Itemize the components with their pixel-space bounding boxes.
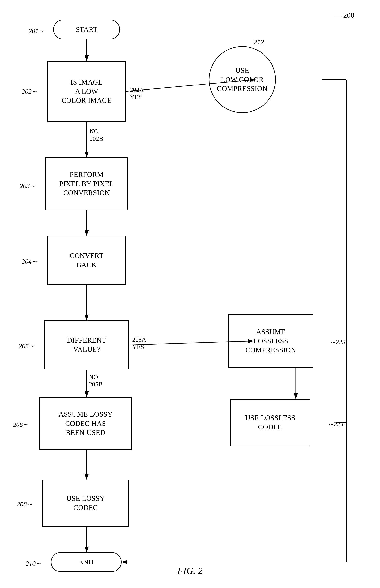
label-202a-yes: 202AYES <box>130 86 144 101</box>
ref-210: 210∼ <box>26 559 41 567</box>
start-node: START <box>53 20 120 39</box>
flowchart-diagram: — 200 START 201∼ IS IMAGEA LOWCOLOR IMAG… <box>0 0 380 588</box>
n203-node: PERFORMPIXEL BY PIXELCONVERSION <box>45 157 128 210</box>
n202-node: IS IMAGEA LOWCOLOR IMAGE <box>47 61 126 122</box>
ref-202: 202∼ <box>22 87 37 95</box>
n223-node: ASSUMELOSSLESSCOMPRESSION <box>228 314 313 367</box>
fig-label: FIG. 2 <box>177 565 203 576</box>
label-202b-no: NO202B <box>90 128 103 142</box>
ref-206: 206∼ <box>13 421 28 428</box>
label-205a-yes: 205AYES <box>132 336 146 351</box>
n212-node: USELOW COLORCOMPRESSION <box>209 46 276 113</box>
ref-208: 208∼ <box>17 500 32 508</box>
n205-node: DIFFERENTVALUE? <box>44 320 129 369</box>
ref-212: 212 <box>254 38 264 46</box>
n206-node: ASSUME LOSSYCODEC HASBEEN USED <box>39 397 132 450</box>
diagram-ref: — 200 <box>334 11 355 19</box>
ref-201: 201∼ <box>29 27 44 35</box>
ref-224: ∼224 <box>328 420 343 428</box>
n224-node: USE LOSSLESSCODEC <box>230 399 310 446</box>
ref-203: 203∼ <box>20 182 35 190</box>
n204-node: CONVERTBACK <box>47 236 126 285</box>
label-205b-no: NO205B <box>89 373 103 388</box>
ref-205: 205∼ <box>19 342 34 350</box>
ref-223: ∼223 <box>330 338 345 346</box>
n208-node: USE LOSSYCODEC <box>42 480 129 527</box>
ref-204: 204∼ <box>22 258 37 265</box>
end-node: END <box>51 552 122 572</box>
